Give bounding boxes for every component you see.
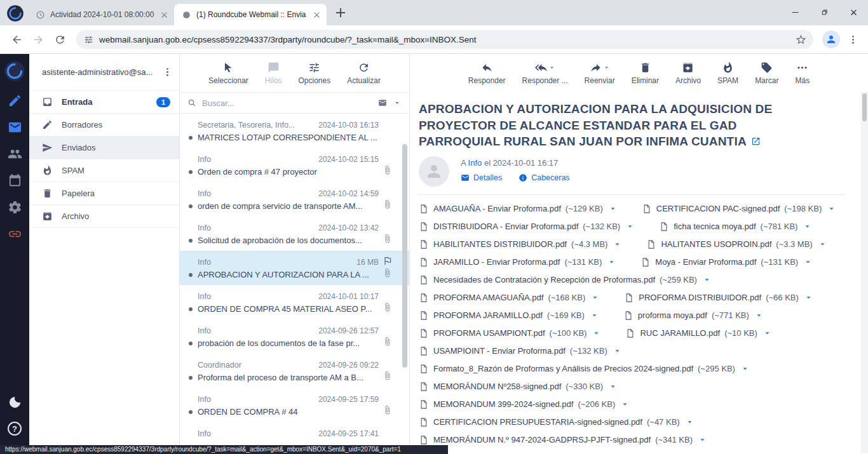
message-row[interactable]: Info 2024-09-26 12:57 probación de los d… xyxy=(180,319,409,354)
attachment-menu-caret-icon[interactable] xyxy=(592,328,601,338)
attachment-menu-caret-icon[interactable] xyxy=(613,346,622,356)
dark-mode-toggle-icon[interactable] xyxy=(8,395,22,410)
more-button[interactable]: Más xyxy=(795,61,810,85)
attachment-item[interactable]: ficha tecnica moya.pdf (~781 KB) xyxy=(659,222,812,232)
flag-icon[interactable] xyxy=(383,427,393,437)
attachment-menu-caret-icon[interactable] xyxy=(613,239,622,249)
recipient-link[interactable]: Info xyxy=(468,158,482,168)
folder-item-spam[interactable]: SPAM xyxy=(29,159,179,182)
archive-button[interactable]: Archivo xyxy=(675,61,701,85)
browser-menu-button[interactable] xyxy=(844,30,862,48)
bookmark-star-icon[interactable] xyxy=(796,35,806,44)
message-row[interactable]: Info 2024-10-02 15:15 Orden de compra # … xyxy=(180,148,409,182)
contacts-app-icon[interactable] xyxy=(8,147,22,161)
attachment-menu-caret-icon[interactable] xyxy=(625,222,635,231)
folder-item-entrada[interactable]: Entrada 1 xyxy=(29,91,179,114)
attachment-menu-caret-icon[interactable] xyxy=(740,364,750,373)
attachment-item[interactable]: USAMPIOINT - Enviar Proforma.pdf (~132 K… xyxy=(419,346,622,356)
reply-button[interactable]: Responder xyxy=(468,61,506,85)
attachment-menu-caret-icon[interactable] xyxy=(818,239,827,249)
flag-icon[interactable] xyxy=(383,290,393,300)
flag-icon[interactable] xyxy=(383,256,393,266)
search-scope-icon[interactable] xyxy=(378,98,387,107)
attachment-menu-caret-icon[interactable] xyxy=(803,257,813,267)
attachment-menu-caret-icon[interactable] xyxy=(803,222,812,231)
attachment-menu-caret-icon[interactable] xyxy=(608,204,618,213)
attachment-item[interactable]: PROFORMA JARAMILLO.pdf (~169 KB) xyxy=(419,310,599,321)
attachment-item[interactable]: HALITANTES USOPROIN.pdf (~3.3 MB) xyxy=(646,239,827,250)
external-link-icon[interactable] xyxy=(751,137,761,146)
attachment-menu-caret-icon[interactable] xyxy=(685,417,695,427)
attachment-menu-caret-icon[interactable] xyxy=(763,328,772,338)
flag-icon[interactable] xyxy=(383,359,393,369)
message-row[interactable]: Info 2024-09-25 17:59 ORDEN DE COMPRA # … xyxy=(180,388,409,422)
list-scrollbar-thumb[interactable] xyxy=(402,144,407,368)
flag-icon[interactable] xyxy=(383,393,393,403)
help-icon[interactable]: ? xyxy=(8,422,22,436)
attachment-item[interactable]: PROFORMA DISTRIBUIDOR.pdf (~66 KB) xyxy=(624,293,813,303)
reply-all-button[interactable]: Responder ... xyxy=(522,61,568,85)
back-button[interactable] xyxy=(6,29,27,50)
attachment-item[interactable]: JARAMILLO - Enviar Proforma.pdf (~131 KB… xyxy=(419,257,616,267)
search-input[interactable]: Buscar... xyxy=(202,98,372,108)
message-row[interactable]: Info 2024-10-02 14:59 orden de compra se… xyxy=(180,182,409,217)
attachment-item[interactable]: Necesidades de Contratación y Recepción … xyxy=(419,275,712,285)
refresh-button[interactable]: Actualizar xyxy=(347,61,381,85)
forward-button[interactable] xyxy=(28,29,48,50)
flag-icon[interactable] xyxy=(383,153,393,163)
reload-button[interactable] xyxy=(50,29,70,50)
attachment-item[interactable]: PROFORMA USAMPIONT.pdf (~100 KB) xyxy=(419,328,601,338)
attachment-item[interactable]: proforma moya.pdf (~771 KB) xyxy=(623,310,764,321)
compose-icon[interactable] xyxy=(8,93,22,108)
attachment-item[interactable]: MEMORANDUM 399-2024-signed.pdf (~206 KB) xyxy=(419,399,630,410)
flag-icon[interactable] xyxy=(383,324,393,335)
calendar-app-icon[interactable] xyxy=(8,173,22,188)
attachment-menu-caret-icon[interactable] xyxy=(754,310,764,320)
folder-item-borradores[interactable]: Borradores xyxy=(29,114,179,137)
link-app-icon[interactable] xyxy=(8,227,22,241)
mark-button[interactable]: Marcar xyxy=(755,61,778,85)
folder-item-archivo[interactable]: Archivo xyxy=(29,205,179,228)
folder-item-enviados[interactable]: Enviados xyxy=(29,137,179,159)
site-info-icon[interactable] xyxy=(84,35,93,44)
browser-tab-roundcube[interactable]: (1) Roundcube Webmail :: Envia xyxy=(174,4,327,25)
attachment-item[interactable]: CERTIFICACION PRESUPUESTARIA-signed-sign… xyxy=(419,417,695,427)
attachment-menu-caret-icon[interactable] xyxy=(590,453,600,453)
select-button[interactable]: Seleccionar xyxy=(208,61,248,85)
attachment-menu-caret-icon[interactable] xyxy=(607,257,616,267)
details-toggle[interactable]: Detalles xyxy=(461,173,502,182)
attachment-item[interactable]: Formato_8_Razón de Proformas y Análisis … xyxy=(419,364,750,374)
window-minimize-button[interactable] xyxy=(780,0,810,24)
account-menu-icon[interactable] xyxy=(162,67,173,77)
attachment-menu-caret-icon[interactable] xyxy=(804,293,813,302)
attachment-menu-caret-icon[interactable] xyxy=(590,293,600,302)
message-row[interactable]: Coordinador 2024-09-26 09:22 Proforma de… xyxy=(180,354,409,388)
threads-button[interactable]: Hilos xyxy=(265,61,282,85)
options-button[interactable]: Opciones xyxy=(298,61,330,85)
browser-tab-activity[interactable]: Actividad 2024-10-01 08:00:00 xyxy=(28,4,174,25)
window-close-button[interactable] xyxy=(839,0,868,24)
attachment-item[interactable]: MEMORÁNDUM Nº258-signed.pdf (~330 KB) xyxy=(419,382,618,392)
chevron-down-icon[interactable] xyxy=(603,64,610,71)
attachment-item[interactable]: CERTIFICACION PAC-signed.pdf (~198 KB) xyxy=(642,204,836,214)
flag-icon[interactable] xyxy=(383,119,393,129)
attachment-item[interactable]: AMAGUAÑA - Enviar Proforma.pdf (~129 KB) xyxy=(419,204,618,214)
search-bar[interactable]: Buscar... xyxy=(180,92,409,114)
message-row[interactable]: Info 2024-10-02 13:42 Solicitud de aprob… xyxy=(180,217,409,251)
flag-icon[interactable] xyxy=(383,187,393,197)
flag-icon[interactable] xyxy=(383,222,393,232)
message-row[interactable]: Info 2024-10-01 10:17 ORDEN DE COMPRA 45… xyxy=(180,285,409,319)
attachment-menu-caret-icon[interactable] xyxy=(702,275,712,284)
address-bar[interactable]: webmail.sanjuan.gob.ec/cpsess8592294337/… xyxy=(76,30,813,49)
new-tab-button[interactable] xyxy=(333,5,348,20)
delete-button[interactable]: Eliminar xyxy=(632,61,659,85)
view-scrollbar[interactable] xyxy=(861,92,868,453)
view-scrollbar-thumb[interactable] xyxy=(862,93,867,121)
search-options-chevron-icon[interactable] xyxy=(393,98,402,107)
attachment-menu-caret-icon[interactable] xyxy=(827,204,836,213)
attachment-item[interactable]: MEMORÁNDUM N.º 947-2024-GADPRSJ-PJFT-sig… xyxy=(419,435,707,445)
attachment-item[interactable]: HABILITANTES DISTRIBUIDOR.pdf (~4.3 MB) xyxy=(419,239,622,250)
attachment-item[interactable]: PROFORMA AMAGUAÑA.pdf (~168 KB) xyxy=(419,293,600,303)
browser-profile-button[interactable] xyxy=(822,30,840,48)
attachment-menu-caret-icon[interactable] xyxy=(590,310,599,320)
